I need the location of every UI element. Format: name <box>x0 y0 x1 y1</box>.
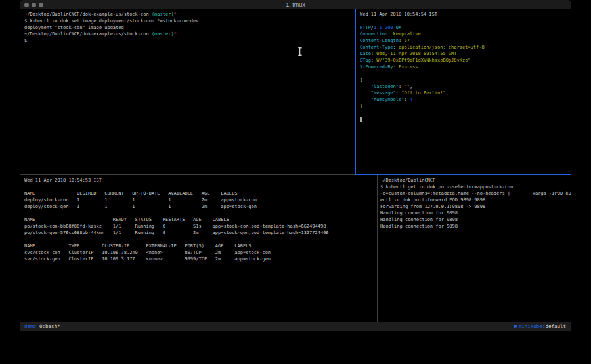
window-title: 1. tmux <box>20 0 571 9</box>
tmux-status-bar: demo 0:bash* minikube :default <box>20 322 571 331</box>
terminal-window: 1. tmux ~/Desktop/DublinCNCF/dok-example… <box>20 0 571 331</box>
window-tab-bash[interactable]: 0:bash* <box>39 323 60 329</box>
pane-bottom-right-port-forward[interactable]: ~/Desktop/DublinCNCF$ kubectl get -n dok… <box>378 175 571 324</box>
desktop-background: 1. tmux ~/Desktop/DublinCNCF/dok-example… <box>0 0 591 364</box>
status-bar-right: minikube :default <box>514 323 571 329</box>
pane-top-left-shell[interactable]: ~/Desktop/DublinCNCF/dok-example-us/stoc… <box>20 9 360 176</box>
kube-namespace-label: :default <box>542 323 566 329</box>
status-bar-left: demo 0:bash* <box>20 323 60 329</box>
kubernetes-helm-icon <box>514 325 517 328</box>
session-name: demo <box>24 323 36 329</box>
tmux-terminal: ~/Desktop/DublinCNCF/dok-example-us/stoc… <box>20 9 571 331</box>
mouse-ibeam-cursor <box>297 47 303 56</box>
kube-context-label: minikube <box>519 323 542 329</box>
pane-top-right-http-response[interactable]: Wed 11 Apr 2018 10:54:54 IST HTTP/1.1 20… <box>356 9 571 176</box>
pane-bottom-left-kubectl-watch[interactable]: Wed 11 Apr 2018 10:54:53 IST NAME DESIRE… <box>20 175 382 324</box>
window-titlebar[interactable]: 1. tmux <box>20 0 571 9</box>
